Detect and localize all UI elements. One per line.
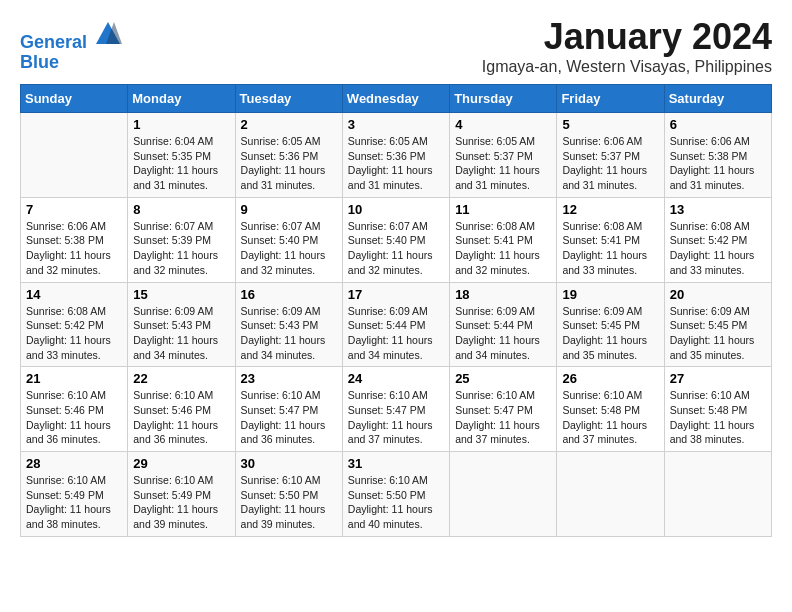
calendar-cell: 4Sunrise: 6:05 AM Sunset: 5:37 PM Daylig… <box>450 113 557 198</box>
calendar-cell: 25Sunrise: 6:10 AM Sunset: 5:47 PM Dayli… <box>450 367 557 452</box>
day-number: 22 <box>133 371 229 386</box>
calendar-cell: 15Sunrise: 6:09 AM Sunset: 5:43 PM Dayli… <box>128 282 235 367</box>
calendar-cell: 12Sunrise: 6:08 AM Sunset: 5:41 PM Dayli… <box>557 197 664 282</box>
header-monday: Monday <box>128 85 235 113</box>
logo-blue: Blue <box>20 53 122 73</box>
calendar-cell: 10Sunrise: 6:07 AM Sunset: 5:40 PM Dayli… <box>342 197 449 282</box>
day-number: 13 <box>670 202 766 217</box>
day-info: Sunrise: 6:06 AM Sunset: 5:37 PM Dayligh… <box>562 134 658 193</box>
calendar-cell: 26Sunrise: 6:10 AM Sunset: 5:48 PM Dayli… <box>557 367 664 452</box>
day-info: Sunrise: 6:08 AM Sunset: 5:41 PM Dayligh… <box>455 219 551 278</box>
day-number: 4 <box>455 117 551 132</box>
calendar-cell: 16Sunrise: 6:09 AM Sunset: 5:43 PM Dayli… <box>235 282 342 367</box>
day-number: 17 <box>348 287 444 302</box>
day-info: Sunrise: 6:05 AM Sunset: 5:36 PM Dayligh… <box>348 134 444 193</box>
calendar-cell: 2Sunrise: 6:05 AM Sunset: 5:36 PM Daylig… <box>235 113 342 198</box>
day-info: Sunrise: 6:06 AM Sunset: 5:38 PM Dayligh… <box>670 134 766 193</box>
header-wednesday: Wednesday <box>342 85 449 113</box>
day-info: Sunrise: 6:10 AM Sunset: 5:50 PM Dayligh… <box>241 473 337 532</box>
calendar-cell: 28Sunrise: 6:10 AM Sunset: 5:49 PM Dayli… <box>21 452 128 537</box>
day-number: 24 <box>348 371 444 386</box>
calendar-cell: 3Sunrise: 6:05 AM Sunset: 5:36 PM Daylig… <box>342 113 449 198</box>
calendar-cell: 30Sunrise: 6:10 AM Sunset: 5:50 PM Dayli… <box>235 452 342 537</box>
calendar-cell: 31Sunrise: 6:10 AM Sunset: 5:50 PM Dayli… <box>342 452 449 537</box>
day-number: 11 <box>455 202 551 217</box>
day-info: Sunrise: 6:09 AM Sunset: 5:43 PM Dayligh… <box>241 304 337 363</box>
day-number: 18 <box>455 287 551 302</box>
calendar-cell: 7Sunrise: 6:06 AM Sunset: 5:38 PM Daylig… <box>21 197 128 282</box>
title-area: January 2024 Igmaya-an, Western Visayas,… <box>482 16 772 76</box>
day-info: Sunrise: 6:08 AM Sunset: 5:41 PM Dayligh… <box>562 219 658 278</box>
logo-text: General <box>20 20 122 53</box>
day-number: 7 <box>26 202 122 217</box>
day-info: Sunrise: 6:10 AM Sunset: 5:47 PM Dayligh… <box>348 388 444 447</box>
day-number: 5 <box>562 117 658 132</box>
calendar-cell: 24Sunrise: 6:10 AM Sunset: 5:47 PM Dayli… <box>342 367 449 452</box>
calendar-week-row: 14Sunrise: 6:08 AM Sunset: 5:42 PM Dayli… <box>21 282 772 367</box>
calendar-cell: 8Sunrise: 6:07 AM Sunset: 5:39 PM Daylig… <box>128 197 235 282</box>
calendar-cell <box>21 113 128 198</box>
header-sunday: Sunday <box>21 85 128 113</box>
calendar-cell: 5Sunrise: 6:06 AM Sunset: 5:37 PM Daylig… <box>557 113 664 198</box>
calendar-week-row: 21Sunrise: 6:10 AM Sunset: 5:46 PM Dayli… <box>21 367 772 452</box>
calendar-cell <box>450 452 557 537</box>
day-info: Sunrise: 6:10 AM Sunset: 5:47 PM Dayligh… <box>455 388 551 447</box>
day-info: Sunrise: 6:07 AM Sunset: 5:39 PM Dayligh… <box>133 219 229 278</box>
day-number: 3 <box>348 117 444 132</box>
day-info: Sunrise: 6:10 AM Sunset: 5:49 PM Dayligh… <box>26 473 122 532</box>
day-number: 2 <box>241 117 337 132</box>
header-tuesday: Tuesday <box>235 85 342 113</box>
day-info: Sunrise: 6:05 AM Sunset: 5:36 PM Dayligh… <box>241 134 337 193</box>
day-info: Sunrise: 6:09 AM Sunset: 5:44 PM Dayligh… <box>455 304 551 363</box>
calendar-cell: 19Sunrise: 6:09 AM Sunset: 5:45 PM Dayli… <box>557 282 664 367</box>
day-info: Sunrise: 6:07 AM Sunset: 5:40 PM Dayligh… <box>241 219 337 278</box>
day-info: Sunrise: 6:09 AM Sunset: 5:45 PM Dayligh… <box>562 304 658 363</box>
day-info: Sunrise: 6:06 AM Sunset: 5:38 PM Dayligh… <box>26 219 122 278</box>
day-number: 27 <box>670 371 766 386</box>
logo-general: General <box>20 32 87 52</box>
calendar-cell <box>664 452 771 537</box>
day-number: 20 <box>670 287 766 302</box>
calendar-cell: 1Sunrise: 6:04 AM Sunset: 5:35 PM Daylig… <box>128 113 235 198</box>
day-number: 26 <box>562 371 658 386</box>
day-info: Sunrise: 6:07 AM Sunset: 5:40 PM Dayligh… <box>348 219 444 278</box>
calendar-week-row: 1Sunrise: 6:04 AM Sunset: 5:35 PM Daylig… <box>21 113 772 198</box>
day-info: Sunrise: 6:08 AM Sunset: 5:42 PM Dayligh… <box>670 219 766 278</box>
calendar-cell: 6Sunrise: 6:06 AM Sunset: 5:38 PM Daylig… <box>664 113 771 198</box>
day-info: Sunrise: 6:09 AM Sunset: 5:43 PM Dayligh… <box>133 304 229 363</box>
day-number: 10 <box>348 202 444 217</box>
calendar-cell: 20Sunrise: 6:09 AM Sunset: 5:45 PM Dayli… <box>664 282 771 367</box>
day-number: 8 <box>133 202 229 217</box>
location-title: Igmaya-an, Western Visayas, Philippines <box>482 58 772 76</box>
calendar-table: SundayMondayTuesdayWednesdayThursdayFrid… <box>20 84 772 537</box>
day-info: Sunrise: 6:08 AM Sunset: 5:42 PM Dayligh… <box>26 304 122 363</box>
day-number: 16 <box>241 287 337 302</box>
day-info: Sunrise: 6:09 AM Sunset: 5:45 PM Dayligh… <box>670 304 766 363</box>
day-info: Sunrise: 6:10 AM Sunset: 5:50 PM Dayligh… <box>348 473 444 532</box>
day-info: Sunrise: 6:05 AM Sunset: 5:37 PM Dayligh… <box>455 134 551 193</box>
day-number: 25 <box>455 371 551 386</box>
header-thursday: Thursday <box>450 85 557 113</box>
calendar-cell: 17Sunrise: 6:09 AM Sunset: 5:44 PM Dayli… <box>342 282 449 367</box>
day-info: Sunrise: 6:10 AM Sunset: 5:47 PM Dayligh… <box>241 388 337 447</box>
calendar-cell: 11Sunrise: 6:08 AM Sunset: 5:41 PM Dayli… <box>450 197 557 282</box>
calendar-cell: 9Sunrise: 6:07 AM Sunset: 5:40 PM Daylig… <box>235 197 342 282</box>
day-info: Sunrise: 6:09 AM Sunset: 5:44 PM Dayligh… <box>348 304 444 363</box>
calendar-week-row: 7Sunrise: 6:06 AM Sunset: 5:38 PM Daylig… <box>21 197 772 282</box>
day-number: 30 <box>241 456 337 471</box>
day-number: 31 <box>348 456 444 471</box>
calendar-cell: 29Sunrise: 6:10 AM Sunset: 5:49 PM Dayli… <box>128 452 235 537</box>
day-info: Sunrise: 6:04 AM Sunset: 5:35 PM Dayligh… <box>133 134 229 193</box>
calendar-cell: 13Sunrise: 6:08 AM Sunset: 5:42 PM Dayli… <box>664 197 771 282</box>
day-info: Sunrise: 6:10 AM Sunset: 5:49 PM Dayligh… <box>133 473 229 532</box>
day-number: 14 <box>26 287 122 302</box>
day-number: 12 <box>562 202 658 217</box>
day-info: Sunrise: 6:10 AM Sunset: 5:48 PM Dayligh… <box>670 388 766 447</box>
calendar-cell: 21Sunrise: 6:10 AM Sunset: 5:46 PM Dayli… <box>21 367 128 452</box>
logo-icon <box>94 20 122 48</box>
logo: General Blue <box>20 20 122 73</box>
calendar-cell: 14Sunrise: 6:08 AM Sunset: 5:42 PM Dayli… <box>21 282 128 367</box>
day-number: 21 <box>26 371 122 386</box>
day-number: 28 <box>26 456 122 471</box>
day-info: Sunrise: 6:10 AM Sunset: 5:48 PM Dayligh… <box>562 388 658 447</box>
